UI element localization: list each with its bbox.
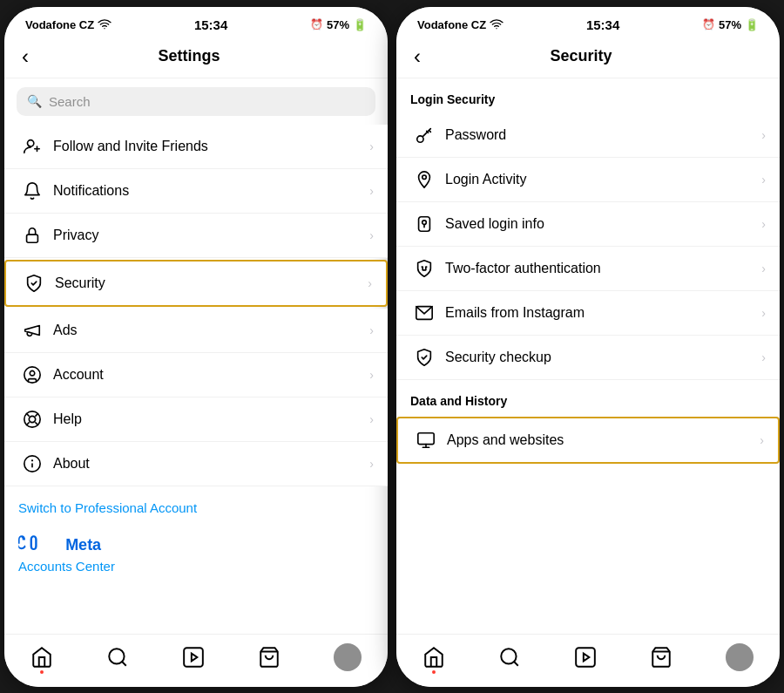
search-placeholder: Search <box>49 94 91 109</box>
chevron-security: › <box>368 276 372 290</box>
svg-line-6 <box>27 413 30 416</box>
info-circle-icon <box>18 454 46 473</box>
home-dot-right <box>432 670 436 674</box>
chevron-about: › <box>369 457 374 471</box>
chevron-ads: › <box>369 323 374 337</box>
svg-marker-30 <box>584 653 590 661</box>
svg-point-3 <box>30 370 35 376</box>
wifi-icon-right <box>490 17 504 31</box>
shield-icon <box>20 274 48 293</box>
left-phone: Vodafone CZ 15:34 ⏰ 57% 🔋 ‹ Settings 🔍 S… <box>4 7 388 687</box>
bottom-nav-profile-right[interactable] <box>726 643 754 671</box>
menu-item-notifications[interactable]: Notifications › <box>4 169 388 214</box>
svg-line-14 <box>122 662 126 666</box>
chevron-help: › <box>369 412 374 426</box>
bottom-nav-shop[interactable] <box>258 646 280 669</box>
svg-point-13 <box>109 649 124 663</box>
security-menu: Login Security Password › <box>396 78 780 634</box>
menu-item-security[interactable]: Security › <box>4 260 388 307</box>
chevron-password: › <box>761 128 766 142</box>
alarm-icon-right: ⏰ <box>702 18 715 31</box>
login-security-header: Login Security <box>396 78 780 113</box>
chevron-follow: › <box>369 139 374 153</box>
two-factor-label: Two-factor authentication <box>438 261 761 276</box>
meta-logo-svg <box>18 533 60 550</box>
bottom-nav-search[interactable] <box>106 646 129 669</box>
bottom-nav-right <box>396 634 780 687</box>
chevron-emails: › <box>761 306 766 320</box>
wifi-icon <box>98 17 112 31</box>
carrier-text-right: Vodafone CZ <box>417 18 486 31</box>
menu-item-about[interactable]: About › <box>4 442 388 486</box>
battery-icon-right: 🔋 <box>745 18 759 31</box>
svg-marker-16 <box>192 653 198 661</box>
svg-rect-24 <box>418 432 434 444</box>
menu-item-password[interactable]: Password › <box>396 113 780 158</box>
back-button-left[interactable]: ‹ <box>22 44 36 69</box>
chevron-notifications: › <box>369 184 374 198</box>
battery-icon: 🔋 <box>353 18 367 31</box>
bottom-nav-home-right[interactable] <box>422 646 445 669</box>
bottom-nav-home[interactable] <box>30 646 53 669</box>
search-nav-icon-right <box>498 646 521 669</box>
right-phone: Vodafone CZ 15:34 ⏰ 57% 🔋 ‹ Security Log… <box>396 7 780 687</box>
bell-icon <box>18 181 46 200</box>
status-right-right: ⏰ 57% 🔋 <box>702 18 759 31</box>
menu-item-login-activity[interactable]: Login Activity › <box>396 158 780 202</box>
meta-logo: Meta <box>18 533 374 555</box>
nav-bar-left: ‹ Settings <box>4 37 388 78</box>
menu-item-follow[interactable]: Follow and Invite Friends › <box>4 125 388 169</box>
svg-point-19 <box>422 174 427 179</box>
security-label: Security <box>48 275 368 291</box>
menu-item-apps-websites[interactable]: Apps and websites › <box>396 417 780 464</box>
alarm-icon: ⏰ <box>310 18 323 31</box>
chevron-privacy: › <box>369 228 374 242</box>
chevron-two-factor: › <box>761 262 766 275</box>
svg-point-18 <box>417 135 423 141</box>
search-icon: 🔍 <box>27 94 42 108</box>
svg-line-7 <box>36 422 38 425</box>
svg-rect-15 <box>184 648 203 667</box>
security-checkup-label: Security checkup <box>438 350 761 365</box>
home-icon-right <box>422 646 445 669</box>
search-container: 🔍 Search <box>4 78 388 125</box>
shield-check-icon <box>410 348 438 367</box>
bottom-links: Switch to Professional Account Meta Acco… <box>4 486 388 588</box>
chevron-apps-websites: › <box>760 433 764 447</box>
menu-item-account[interactable]: Account › <box>4 353 388 397</box>
svg-rect-29 <box>576 648 595 667</box>
search-bar[interactable]: 🔍 Search <box>17 87 375 116</box>
menu-item-two-factor[interactable]: Two-factor authentication › <box>396 247 780 291</box>
menu-item-emails[interactable]: Emails from Instagram › <box>396 291 780 336</box>
ads-label: Ads <box>46 323 369 338</box>
bottom-nav-reels-right[interactable] <box>574 646 597 669</box>
bottom-nav-reels[interactable] <box>182 646 205 669</box>
account-label: Account <box>46 367 369 383</box>
menu-item-ads[interactable]: Ads › <box>4 309 388 353</box>
menu-item-help[interactable]: Help › <box>4 397 388 442</box>
accounts-center-link[interactable]: Accounts Center <box>18 559 115 574</box>
menu-item-security-checkup[interactable]: Security checkup › <box>396 336 780 380</box>
reels-icon <box>182 646 205 669</box>
notifications-label: Notifications <box>46 183 369 199</box>
nav-bar-right: ‹ Security <box>396 37 780 78</box>
status-bar-right: Vodafone CZ 15:34 ⏰ 57% 🔋 <box>396 7 780 37</box>
bottom-nav-profile[interactable] <box>334 643 362 671</box>
chevron-login-activity: › <box>761 173 766 187</box>
follow-label: Follow and Invite Friends <box>46 139 369 154</box>
login-activity-label: Login Activity <box>438 172 761 187</box>
data-history-header: Data and History <box>396 380 780 415</box>
back-button-right[interactable]: ‹ <box>414 44 428 69</box>
home-icon <box>30 646 53 669</box>
svg-rect-1 <box>27 234 38 242</box>
bottom-nav-search-right[interactable] <box>498 646 521 669</box>
apps-websites-label: Apps and websites <box>440 432 760 448</box>
bottom-nav-shop-right[interactable] <box>650 646 672 669</box>
menu-item-saved-login[interactable]: Saved login info › <box>396 202 780 247</box>
svg-point-0 <box>28 139 34 146</box>
megaphone-icon <box>18 321 46 340</box>
emails-label: Emails from Instagram <box>438 305 761 321</box>
menu-item-privacy[interactable]: Privacy › <box>4 214 388 258</box>
switch-pro-link[interactable]: Switch to Professional Account <box>18 500 374 515</box>
shield-lock-icon <box>410 259 438 278</box>
